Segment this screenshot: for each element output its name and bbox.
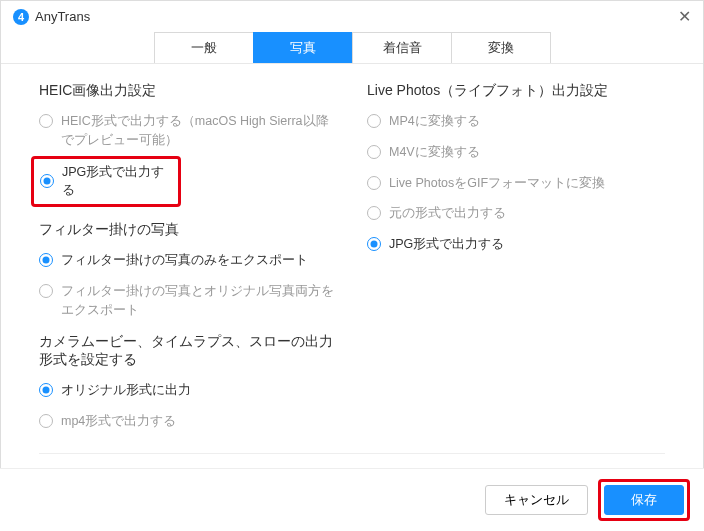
- footer: キャンセル 保存: [0, 468, 704, 531]
- radio-icon: [39, 114, 53, 128]
- live-opt-gif[interactable]: Live PhotosをGIFフォーマットに変換: [367, 174, 665, 193]
- save-button[interactable]: 保存: [604, 485, 684, 515]
- option-label: M4Vに変換する: [389, 143, 665, 162]
- radio-icon: [367, 145, 381, 159]
- radio-icon: [39, 383, 53, 397]
- option-label: MP4に変換する: [389, 112, 665, 131]
- titlebar: 4 AnyTrans ✕: [1, 1, 703, 30]
- live-opt-original[interactable]: 元の形式で出力する: [367, 204, 665, 223]
- heic-section-title: HEIC画像出力設定: [39, 82, 337, 100]
- option-label: JPG形式で出力する: [389, 235, 665, 254]
- save-highlight: 保存: [598, 479, 690, 521]
- option-label: Live PhotosをGIFフォーマットに変換: [389, 174, 665, 193]
- radio-icon: [367, 206, 381, 220]
- option-label: フィルター掛けの写真のみをエクスポート: [61, 251, 337, 270]
- app-title: AnyTrans: [35, 9, 90, 24]
- cancel-button[interactable]: キャンセル: [485, 485, 588, 515]
- radio-icon: [39, 284, 53, 298]
- heic-opt-jpg[interactable]: JPG形式で出力する: [31, 156, 181, 208]
- option-label: オリジナル形式に出力: [61, 381, 337, 400]
- live-opt-mp4[interactable]: MP4に変換する: [367, 112, 665, 131]
- option-label: フィルター掛けの写真とオリジナル写真両方をエクスポート: [61, 282, 337, 320]
- radio-icon: [39, 253, 53, 267]
- camera-section-title: カメラムービー、タイムラプス、スローの出力形式を設定する: [39, 333, 337, 369]
- radio-icon: [367, 114, 381, 128]
- option-label: HEIC形式で出力する（macOS High Sierra以降でプレビュー可能）: [61, 112, 337, 150]
- app-logo-icon: 4: [13, 9, 29, 25]
- filter-opt-both[interactable]: フィルター掛けの写真とオリジナル写真両方をエクスポート: [39, 282, 337, 320]
- radio-icon: [40, 174, 54, 188]
- heic-opt-heic[interactable]: HEIC形式で出力する（macOS High Sierra以降でプレビュー可能）: [39, 112, 337, 150]
- option-label: JPG形式で出力する: [62, 163, 172, 201]
- live-opt-m4v[interactable]: M4Vに変換する: [367, 143, 665, 162]
- close-icon[interactable]: ✕: [678, 7, 691, 26]
- tab-photo[interactable]: 写真: [253, 32, 353, 63]
- radio-icon: [39, 414, 53, 428]
- tab-general[interactable]: 一般: [154, 32, 254, 63]
- camera-opt-mp4[interactable]: mp4形式で出力する: [39, 412, 337, 431]
- live-section-title: Live Photos（ライブフォト）出力設定: [367, 82, 665, 100]
- filter-opt-only[interactable]: フィルター掛けの写真のみをエクスポート: [39, 251, 337, 270]
- filter-section-title: フィルター掛けの写真: [39, 221, 337, 239]
- radio-icon: [367, 237, 381, 251]
- tab-ringtone[interactable]: 着信音: [352, 32, 452, 63]
- option-label: 元の形式で出力する: [389, 204, 665, 223]
- radio-icon: [367, 176, 381, 190]
- option-label: mp4形式で出力する: [61, 412, 337, 431]
- live-opt-jpg[interactable]: JPG形式で出力する: [367, 235, 665, 254]
- camera-opt-original[interactable]: オリジナル形式に出力: [39, 381, 337, 400]
- tabs: 一般 写真 着信音 変換: [1, 32, 703, 64]
- tab-convert[interactable]: 変換: [451, 32, 551, 63]
